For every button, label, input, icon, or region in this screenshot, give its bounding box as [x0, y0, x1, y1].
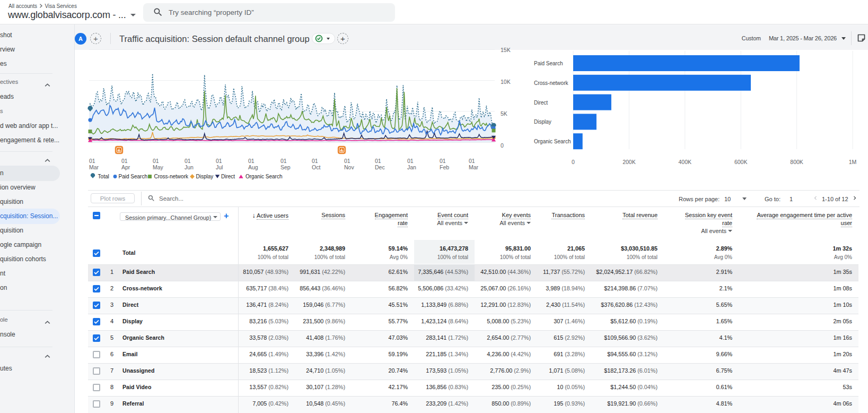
- svg-text:Jun: Jun: [185, 164, 194, 170]
- svg-text:01: 01: [469, 158, 475, 164]
- svg-text:5K: 5K: [501, 110, 507, 117]
- svg-text:Aug: Aug: [248, 164, 258, 170]
- svg-text:01: 01: [121, 158, 128, 164]
- svg-text:Display: Display: [196, 174, 214, 179]
- svg-text:Organic Search: Organic Search: [534, 139, 571, 144]
- svg-text:Total: Total: [98, 174, 109, 179]
- svg-text:Direct: Direct: [534, 100, 548, 106]
- svg-text:01: 01: [407, 158, 414, 164]
- svg-text:Feb: Feb: [440, 164, 449, 170]
- svg-text:15K: 15K: [501, 47, 511, 53]
- svg-text:01: 01: [344, 158, 350, 164]
- svg-text:Direct: Direct: [221, 174, 235, 179]
- svg-text:1M: 1M: [849, 159, 857, 165]
- svg-text:01: 01: [280, 158, 287, 164]
- svg-text:Dec: Dec: [375, 164, 385, 170]
- svg-text:Paid Search: Paid Search: [119, 174, 147, 179]
- svg-text:Mar: Mar: [469, 164, 479, 170]
- svg-text:200K: 200K: [622, 159, 636, 165]
- svg-text:Oct: Oct: [312, 164, 320, 170]
- svg-text:Sep: Sep: [280, 164, 291, 170]
- svg-text:400K: 400K: [679, 159, 692, 165]
- svg-text:Paid Search: Paid Search: [534, 61, 563, 66]
- svg-text:May: May: [153, 164, 164, 170]
- svg-text:01: 01: [375, 158, 381, 164]
- svg-text:Jul: Jul: [216, 164, 223, 170]
- svg-text:Display: Display: [534, 119, 551, 125]
- svg-text:01: 01: [312, 158, 318, 164]
- svg-text:Organic Search: Organic Search: [246, 174, 282, 179]
- svg-text:Mar: Mar: [89, 164, 99, 170]
- svg-text:01: 01: [440, 158, 446, 164]
- svg-text:01: 01: [153, 158, 159, 164]
- svg-text:01: 01: [185, 158, 191, 164]
- svg-text:01: 01: [216, 158, 222, 164]
- svg-text:Jan: Jan: [407, 164, 416, 170]
- svg-text:10K: 10K: [501, 79, 511, 85]
- svg-text:Apr: Apr: [121, 164, 130, 170]
- svg-text:0: 0: [572, 159, 575, 165]
- svg-text:800K: 800K: [790, 159, 803, 165]
- svg-text:0: 0: [501, 142, 504, 149]
- svg-text:600K: 600K: [734, 159, 748, 165]
- svg-text:Cross-network: Cross-network: [534, 80, 568, 86]
- svg-text:01: 01: [248, 158, 255, 164]
- svg-text:Cross-network: Cross-network: [154, 174, 189, 179]
- svg-text:Nov: Nov: [344, 164, 354, 170]
- svg-text:01: 01: [89, 158, 95, 164]
